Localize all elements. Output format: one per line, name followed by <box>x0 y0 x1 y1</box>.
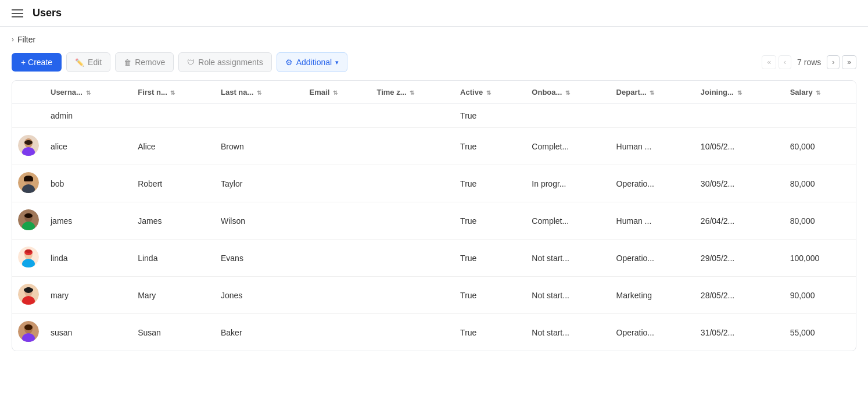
table-header: Userna... ⇅ First n... ⇅ Last na... ⇅ Em… <box>12 81 856 104</box>
onboarding-cell: Not start... <box>526 240 610 277</box>
email-cell <box>304 202 371 240</box>
timezone-cell <box>371 128 454 165</box>
lastname-cell: Wilson <box>215 202 304 240</box>
active-cell: True <box>454 277 526 314</box>
avatar-cell <box>12 202 45 240</box>
table-row[interactable]: bobRobertTaylorTrueIn progr...Operatio..… <box>12 165 856 202</box>
col-salary[interactable]: Salary ⇅ <box>784 81 856 104</box>
active-cell: True <box>454 202 526 240</box>
joining-cell: 30/05/2... <box>695 165 784 202</box>
col-username[interactable]: Userna... ⇅ <box>45 81 132 104</box>
onboarding-cell: In progr... <box>526 165 610 202</box>
avatar <box>18 321 39 342</box>
salary-cell: 100,000 <box>784 240 856 277</box>
username-cell: admin <box>45 104 132 128</box>
sort-icon-department: ⇅ <box>650 90 654 96</box>
timezone-cell <box>371 277 454 314</box>
salary-cell: 55,000 <box>784 314 856 351</box>
table-row[interactable]: maryMaryJonesTrueNot start...Marketing28… <box>12 277 856 314</box>
department-cell: Operatio... <box>611 314 695 351</box>
hamburger-menu[interactable] <box>12 9 23 17</box>
lastname-cell <box>215 104 304 128</box>
edit-button[interactable]: ✏️ Edit <box>66 52 110 72</box>
last-page-button[interactable]: » <box>842 55 856 69</box>
lastname-cell: Baker <box>215 314 304 351</box>
timezone-cell <box>371 202 454 240</box>
col-avatar <box>12 81 45 104</box>
table-row[interactable]: susanSusanBakerTrueNot start...Operatio.… <box>12 314 856 351</box>
create-button[interactable]: + Create <box>12 53 62 72</box>
table-row[interactable]: lindaLindaEvansTrueNot start...Operatio.… <box>12 240 856 277</box>
svg-point-17 <box>25 249 32 253</box>
username-cell: mary <box>45 277 132 314</box>
col-onboarding[interactable]: Onboa... ⇅ <box>526 81 610 104</box>
username-cell: alice <box>45 128 132 165</box>
active-cell: True <box>454 165 526 202</box>
avatar <box>18 135 39 156</box>
svg-point-3 <box>24 140 33 145</box>
col-active[interactable]: Active ⇅ <box>454 81 526 104</box>
filter-label: Filter <box>17 35 35 44</box>
firstname-cell: Alice <box>132 128 215 165</box>
sort-icon-email: ⇅ <box>333 90 338 96</box>
edit-label: Edit <box>88 58 102 67</box>
department-cell: Human ... <box>611 128 695 165</box>
remove-label: Remove <box>135 58 165 67</box>
joining-cell: 29/05/2... <box>695 240 784 277</box>
lastname-cell: Evans <box>215 240 304 277</box>
col-timezone[interactable]: Time z... ⇅ <box>371 81 454 104</box>
table-row[interactable]: aliceAliceBrownTrueComplet...Human ...10… <box>12 128 856 165</box>
joining-cell: 10/05/2... <box>695 128 784 165</box>
department-cell: Marketing <box>611 277 695 314</box>
department-cell: Operatio... <box>611 165 695 202</box>
department-cell: Operatio... <box>611 240 695 277</box>
avatar <box>18 247 39 267</box>
joining-cell <box>695 104 784 128</box>
avatar-cell <box>12 104 45 128</box>
col-department[interactable]: Depart... ⇅ <box>611 81 695 104</box>
prev-page-button[interactable]: ‹ <box>779 55 791 69</box>
firstname-cell: Susan <box>132 314 215 351</box>
sort-icon-joining: ⇅ <box>737 90 742 96</box>
email-cell <box>304 277 371 314</box>
timezone-cell <box>371 165 454 202</box>
joining-cell: 28/05/2... <box>695 277 784 314</box>
joining-cell: 26/04/2... <box>695 202 784 240</box>
col-email[interactable]: Email ⇅ <box>304 81 371 104</box>
col-lastname[interactable]: Last na... ⇅ <box>215 81 304 104</box>
filter-row[interactable]: › Filter <box>0 27 868 52</box>
col-joining[interactable]: Joining... ⇅ <box>695 81 784 104</box>
avatar-cell <box>12 240 45 277</box>
avatar-cell <box>12 277 45 314</box>
onboarding-cell: Complet... <box>526 128 610 165</box>
avatar <box>18 209 39 230</box>
username-cell: james <box>45 202 132 240</box>
joining-cell: 31/05/2... <box>695 314 784 351</box>
remove-button[interactable]: 🗑 Remove <box>115 52 174 72</box>
avatar-cell <box>12 128 45 165</box>
username-cell: bob <box>45 165 132 202</box>
salary-cell: 80,000 <box>784 165 856 202</box>
sort-icon-lastname: ⇅ <box>257 90 261 96</box>
sort-icon-salary: ⇅ <box>816 90 820 96</box>
username-cell: susan <box>45 314 132 351</box>
col-firstname[interactable]: First n... ⇅ <box>132 81 215 104</box>
email-cell <box>304 128 371 165</box>
lastname-cell: Taylor <box>215 165 304 202</box>
sort-icon-username: ⇅ <box>86 90 91 96</box>
email-cell <box>304 165 371 202</box>
avatar-cell <box>12 165 45 202</box>
top-bar: Users <box>0 0 868 27</box>
next-page-button[interactable]: › <box>827 55 840 69</box>
table-row[interactable]: jamesJamesWilsonTrueComplet...Human ...2… <box>12 202 856 240</box>
first-page-button[interactable]: « <box>762 55 776 69</box>
email-cell <box>304 240 371 277</box>
firstname-cell: Mary <box>132 277 215 314</box>
firstname-cell: Robert <box>132 165 215 202</box>
additional-button[interactable]: ⚙ Additional ▾ <box>277 52 348 72</box>
table-row[interactable]: adminTrue <box>12 104 856 128</box>
avatar-cell <box>12 314 45 351</box>
email-cell <box>304 104 371 128</box>
role-assignments-button[interactable]: 🛡 Role assignments <box>178 52 271 72</box>
toolbar: + Create ✏️ Edit 🗑 Remove 🛡 Role assignm… <box>0 52 868 80</box>
